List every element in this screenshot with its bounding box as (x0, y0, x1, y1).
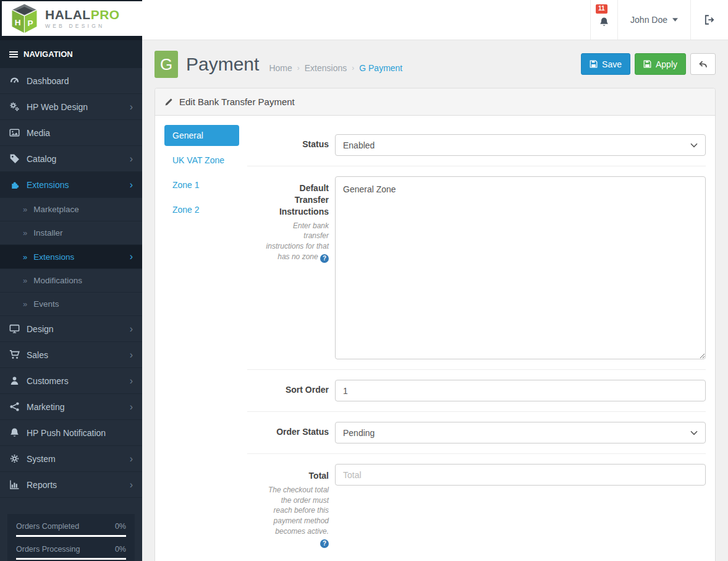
tab-zone-2[interactable]: Zone 2 (164, 199, 239, 220)
sort-order-label: Sort Order (247, 380, 329, 401)
double-angle-icon: » (23, 276, 27, 285)
top-bar: H P HALALPRO WEB DESIGN 11 John Doe (0, 0, 728, 40)
puzzle-icon (9, 179, 20, 190)
tag-icon (9, 153, 20, 164)
stat-orders-completed: Orders Completed 0% (16, 522, 126, 537)
order-status-form-group: Order Status Pending (247, 412, 706, 454)
stat-value: 0% (115, 522, 126, 531)
chevron-right-icon: › (130, 102, 133, 112)
notifications-button[interactable]: 11 (590, 0, 617, 40)
sidebar-item-events[interactable]: » Events (0, 293, 142, 316)
instructions-label: Default Transfer Instructions Enter bank… (247, 176, 329, 359)
breadcrumb: Home › Extensions › G Payment (269, 63, 402, 73)
chevron-right-icon: › (130, 154, 133, 164)
panel-heading: Edit Bank Transfer Payment (155, 88, 715, 116)
sort-order-input[interactable] (335, 380, 706, 401)
brand-logo[interactable]: H P HALALPRO WEB DESIGN (0, 0, 142, 40)
double-angle-icon: » (23, 299, 27, 309)
page-icon-badge: G (154, 51, 178, 78)
chevron-right-icon: › (130, 402, 133, 412)
sidebar-item-system[interactable]: System › (0, 446, 142, 472)
gears-icon (9, 101, 20, 112)
sidebar-menu: Dashboard HP Web Design › Media Catalog … (0, 68, 142, 498)
sidebar-item-marketplace[interactable]: » Marketplace (0, 198, 142, 221)
page-header: G Payment Home › Extensions › G Payment … (154, 51, 716, 78)
sidebar-item-design[interactable]: Design › (0, 316, 142, 342)
floppy-icon (643, 60, 651, 68)
sidebar: NAVIGATION Dashboard HP Web Design › Med… (0, 40, 142, 561)
user-icon (9, 375, 20, 386)
user-menu[interactable]: John Doe (617, 0, 690, 40)
sidebar-item-media[interactable]: Media (0, 120, 142, 146)
status-select[interactable]: Enabled (335, 134, 706, 156)
pencil-icon (164, 98, 173, 106)
svg-text:H: H (15, 18, 21, 27)
chevron-right-icon: › (130, 350, 133, 360)
tab-zone-1[interactable]: Zone 1 (164, 174, 239, 195)
sidebar-item-installer[interactable]: » Installer (0, 221, 142, 245)
total-help-text: The checkout total the order must reach … (266, 485, 329, 548)
logo-cube-icon: H P (10, 3, 39, 35)
gear-icon (9, 453, 20, 464)
topbar-controls: 11 John Doe (142, 0, 728, 40)
breadcrumb-separator: › (297, 64, 300, 72)
zone-tabs: General UK VAT Zone Zone 1 Zone 2 (164, 125, 247, 558)
chevron-right-icon: › (130, 180, 133, 190)
main-content: G Payment Home › Extensions › G Payment … (142, 40, 728, 561)
breadcrumb-separator: › (352, 64, 354, 72)
brand-name-accent: PRO (91, 7, 120, 22)
back-button[interactable] (690, 53, 716, 75)
sort-order-form-group: Sort Order (247, 370, 706, 412)
total-form-group: Total The checkout total the order must … (247, 454, 706, 558)
edit-payment-panel: Edit Bank Transfer Payment General UK VA… (154, 88, 716, 561)
sidebar-item-modifications[interactable]: » Modifications (0, 269, 142, 293)
brand-text: HALALPRO WEB DESIGN (45, 8, 120, 29)
double-angle-icon: » (23, 228, 27, 238)
brand-tagline: WEB DESIGN (45, 24, 120, 29)
sidebar-item-dashboard[interactable]: Dashboard (0, 68, 142, 94)
stat-orders-processing: Orders Processing 0% (16, 545, 126, 560)
transfer-instructions-textarea[interactable]: General Zone (335, 176, 706, 359)
breadcrumb-home[interactable]: Home (269, 63, 292, 73)
breadcrumb-current[interactable]: G Payment (359, 63, 402, 73)
help-icon[interactable]: ? (320, 254, 329, 263)
sidebar-item-catalog[interactable]: Catalog › (0, 146, 142, 172)
bell-icon (599, 17, 609, 27)
breadcrumb-extensions[interactable]: Extensions (305, 63, 347, 73)
chevron-right-icon: › (130, 480, 133, 490)
progress-bar (16, 558, 126, 560)
chevron-right-icon: › (130, 252, 133, 262)
tab-uk-vat-zone[interactable]: UK VAT Zone (164, 150, 239, 171)
bar-chart-icon (9, 479, 20, 490)
sidebar-stats: Orders Completed 0% Orders Processing 0% (7, 514, 135, 561)
dashboard-icon (9, 75, 20, 86)
sidebar-item-sales[interactable]: Sales › (0, 342, 142, 368)
sidebar-item-customers[interactable]: Customers › (0, 368, 142, 394)
sidebar-item-hp-push-notification[interactable]: HP Push Notification (0, 420, 142, 446)
user-name: John Doe (630, 15, 667, 25)
order-status-select[interactable]: Pending (335, 422, 706, 443)
sidebar-item-reports[interactable]: Reports › (0, 472, 142, 498)
save-button[interactable]: Save (581, 53, 630, 75)
double-angle-icon: » (23, 205, 27, 214)
sidebar-item-marketing[interactable]: Marketing › (0, 394, 142, 420)
image-icon (9, 127, 20, 138)
sidebar-item-hp-web-design[interactable]: HP Web Design › (0, 94, 142, 120)
progress-bar (16, 535, 126, 537)
sidebar-item-extensions-sub[interactable]: » Extensions › (0, 245, 142, 269)
sidebar-item-extensions[interactable]: Extensions › (0, 172, 142, 198)
chevron-down-icon (690, 143, 698, 148)
stat-label: Orders Completed (16, 522, 79, 531)
total-input[interactable] (335, 464, 706, 486)
apply-button[interactable]: Apply (635, 53, 686, 75)
notification-count-badge: 11 (596, 4, 607, 14)
hamburger-icon (9, 54, 18, 55)
payment-form: Status Enabled Default Transfer Instruct… (247, 125, 706, 558)
status-form-group: Status Enabled (247, 125, 706, 166)
svg-text:P: P (27, 19, 33, 28)
help-icon[interactable]: ? (320, 539, 329, 548)
tab-general[interactable]: General (164, 125, 239, 146)
logout-button[interactable] (690, 0, 728, 40)
panel-title: Edit Bank Transfer Payment (179, 96, 295, 107)
instructions-form-group: Default Transfer Instructions Enter bank… (247, 166, 706, 370)
